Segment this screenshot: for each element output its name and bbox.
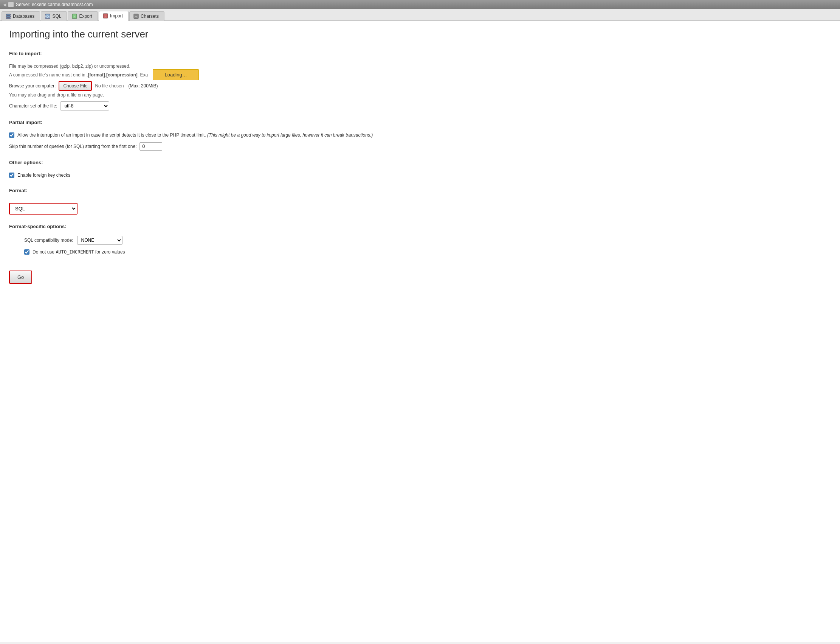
tab-charsets[interactable]: Aa Charsets [129,12,164,21]
allow-interrupt-checkbox[interactable] [9,132,15,138]
skip-queries-input[interactable] [139,142,162,151]
max-size-text: (Max: 200MiB) [128,83,158,89]
charset-row: Character set of the file: utf-8 utf-16 … [9,102,831,110]
main-content: Importing into the current server File t… [0,21,840,642]
svg-rect-1 [6,16,11,17]
skip-queries-label: Skip this number of queries (for SQL) st… [9,144,136,149]
sql-icon: SQL [45,14,50,19]
server-label: Server: eckerle.carme.dreamhost.com [16,2,93,7]
auto-increment-label: Do not use AUTO_INCREMENT for zero value… [33,249,125,255]
compat-mode-row: SQL compatibility mode: NONE ANSI DB2 MA… [9,236,831,245]
auto-increment-checkbox[interactable] [24,249,29,255]
tab-bar: Databases SQL SQL ↑ Export ↓ Import Aa C… [0,9,840,21]
skip-queries-row: Skip this number of queries (for SQL) st… [9,142,831,151]
svg-rect-0 [6,14,11,15]
databases-icon [6,14,11,19]
other-options-header: Other options: [9,160,831,167]
file-info-line2: A compressed file's name must end in .[f… [9,71,831,79]
import-icon: ↓ [103,13,108,18]
foreign-key-checkbox[interactable] [9,172,15,178]
drag-drop-text: You may also drag and drop a file on any… [9,92,831,98]
tab-import[interactable]: ↓ Import [99,11,129,21]
format-select-wrapper: SQL CSV CSV using LOAD DATA ODS XML [9,203,77,215]
title-bar: ◀ Server: eckerle.carme.dreamhost.com [0,0,840,9]
format-specific-section: Format-specific options: SQL compatibili… [9,223,831,255]
no-file-text: No file chosen [95,83,124,89]
foreign-key-row: Enable foreign key checks [9,172,831,179]
foreign-key-label: Enable foreign key checks [17,172,70,179]
tab-sql[interactable]: SQL SQL [41,12,67,21]
server-icon [8,2,14,7]
back-arrow: ◀ [3,2,6,7]
auto-increment-row: Do not use AUTO_INCREMENT for zero value… [9,249,831,255]
tab-databases[interactable]: Databases [2,12,40,21]
svg-text:SQL: SQL [45,15,50,18]
svg-text:↓: ↓ [105,15,106,17]
svg-rect-2 [6,18,11,18]
compat-mode-select[interactable]: NONE ANSI DB2 MAXDB MYSQL323 MYSQL40 MSS… [77,236,123,245]
format-section: Format: SQL CSV CSV using LOAD DATA ODS … [9,188,831,215]
other-options-section: Other options: Enable foreign key checks [9,160,831,179]
file-to-import-header: File to import: [9,51,831,58]
go-button-wrapper: Go [9,271,32,284]
page-title: Importing into the current server [9,28,831,40]
format-specific-header: Format-specific options: [9,223,831,231]
allow-interrupt-row: Allow the interruption of an import in c… [9,132,831,138]
export-icon: ↑ [72,14,77,19]
partial-import-header: Partial import: [9,120,831,127]
svg-text:Aa: Aa [134,15,138,18]
allow-interrupt-label: Allow the interruption of an import in c… [17,132,373,138]
compat-mode-label: SQL compatibility mode: [9,238,73,243]
svg-text:↑: ↑ [74,15,75,18]
format-select[interactable]: SQL CSV CSV using LOAD DATA ODS XML [10,204,77,214]
charsets-icon: Aa [133,14,139,19]
charset-select[interactable]: utf-8 utf-16 latin1 ascii cp1252 [60,102,109,110]
file-input-row: Browse your computer: Choose File No fil… [9,81,831,91]
partial-import-section: Partial import: Allow the interruption o… [9,120,831,151]
charset-label: Character set of the file: [9,103,57,108]
choose-file-button[interactable]: Choose File [59,81,92,91]
file-info-line1: File may be compressed (gzip, bzip2, zip… [9,63,831,70]
browse-label: Browse your computer: [9,83,56,89]
file-to-import-section: File to import: File may be compressed (… [9,51,831,110]
tab-export[interactable]: ↑ Export [68,12,98,21]
loading-bar: Loading… [153,71,198,79]
format-header: Format: [9,188,831,195]
go-button[interactable]: Go [10,271,31,283]
